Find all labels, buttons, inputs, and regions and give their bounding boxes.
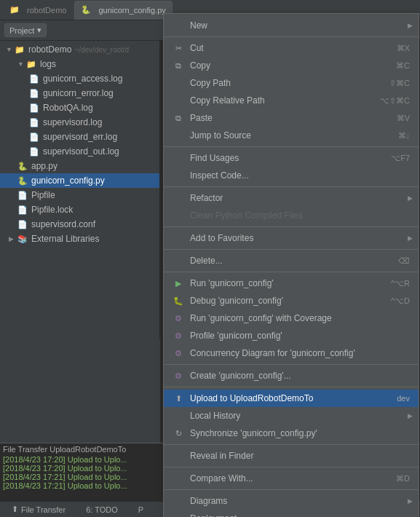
tree-supervisord-err[interactable]: 📄 supervisord_err.log: [0, 130, 159, 144]
menu-item-copy-path[interactable]: Copy Path ⇧⌘C: [164, 74, 419, 92]
tree-app-py[interactable]: 🐍 app.py: [0, 159, 159, 173]
menu-item-inspect-code[interactable]: Inspect Code...: [164, 167, 419, 184]
separator-9: [164, 444, 419, 445]
run-icon: ▶: [173, 279, 184, 288]
tree-logs[interactable]: ▼ 📁 logs: [0, 57, 159, 71]
coverage-icon: ⚙: [173, 314, 184, 323]
project-dropdown[interactable]: Project ▾: [4, 23, 47, 37]
log-icon-1: 📄: [29, 74, 41, 84]
menu-item-add-favorites[interactable]: Add to Favorites: [164, 229, 419, 247]
tab-gunicorn-config[interactable]: 🐍 gunicorn_config.py: [74, 1, 172, 20]
py-icon-gunicorn: 🐍: [17, 176, 29, 186]
separator-7: [164, 364, 419, 365]
tree-gunicorn-config[interactable]: 🐍 gunicorn_config.py: [0, 173, 159, 188]
todo-button[interactable]: 6: TODO: [80, 504, 124, 516]
separator-6: [164, 272, 419, 272]
file-icon-pipfile: 📄: [17, 191, 29, 200]
file-icon-pipfilelock: 📄: [17, 205, 29, 215]
tree-supervisord[interactable]: 📄 supervisord.log: [0, 115, 159, 130]
debug-icon: 🐛: [173, 296, 184, 306]
separator-10: [164, 467, 419, 467]
copy-icon: ⧉: [173, 61, 184, 71]
root-folder-icon: 📁: [15, 45, 26, 55]
tree-gunicorn-error[interactable]: 📄 gunicorn_error.log: [0, 86, 159, 100]
profile-icon: ⚙: [173, 331, 184, 341]
context-menu: New ✂ Cut ⌘X ⧉ Copy ⌘C Copy Path ⇧⌘C Cop…: [163, 13, 419, 517]
menu-item-synchronize[interactable]: ↻ Synchronize 'gunicorn_config.py': [164, 425, 419, 442]
menu-item-run-coverage[interactable]: ⚙ Run 'gunicorn_config' with Coverage: [164, 309, 419, 327]
log-icon-2: 📄: [29, 89, 41, 98]
menu-item-debug[interactable]: 🐛 Debug 'gunicorn_config' ^⌥D: [164, 292, 419, 309]
menu-item-delete[interactable]: Delete... ⌫: [164, 252, 419, 269]
tree-supervisord-out[interactable]: 📄 supervisord_out.log: [0, 144, 159, 159]
cut-icon: ✂: [173, 44, 184, 53]
tab-py-icon: 🐍: [81, 5, 92, 15]
logs-folder-icon: 📁: [26, 60, 38, 69]
tab-folder-icon: 📁: [9, 5, 21, 15]
menu-item-concurrency[interactable]: ⚙ Concurrency Diagram for 'gunicorn_conf…: [164, 344, 419, 362]
tab-robotdemo[interactable]: 📁 robotDemo: [3, 1, 73, 20]
menu-item-clean-python: Clean Python Compiled Files: [164, 207, 419, 224]
menu-item-jump-to-source[interactable]: Jump to Source ⌘↓: [164, 127, 419, 144]
sync-icon: ↻: [173, 429, 184, 438]
log-icon-6: 📄: [29, 147, 41, 157]
menu-item-find-usages[interactable]: Find Usages ⌥F7: [164, 149, 419, 167]
create-icon: ⚙: [173, 371, 184, 381]
menu-item-copy[interactable]: ⧉ Copy ⌘C: [164, 57, 419, 74]
paste-icon: ⧉: [173, 114, 184, 123]
upload-icon: ⬆: [12, 505, 18, 514]
file-tree: ▼ 📁 robotDemo ~/dev/dev_root/d ▼ 📁 logs …: [0, 41, 160, 339]
menu-item-upload[interactable]: ⬆ Upload to UploadRobotDemoTo dev: [164, 390, 419, 407]
tree-pipfile[interactable]: 📄 Pipfile: [0, 188, 159, 202]
menu-item-compare-with[interactable]: Compare With... ⌘D: [164, 470, 419, 487]
ide-container: 📁 robotDemo 🐍 gunicorn_config.py Project…: [0, 0, 420, 517]
menu-item-reveal-finder[interactable]: Reveal in Finder: [164, 447, 419, 465]
log-icon-4: 📄: [29, 118, 41, 127]
p-button[interactable]: P: [132, 504, 149, 516]
separator-11: [164, 489, 419, 490]
separator-3: [164, 186, 419, 187]
menu-item-deployment[interactable]: Deployment: [164, 510, 419, 517]
tree-root[interactable]: ▼ 📁 robotDemo ~/dev/dev_root/d: [0, 42, 159, 57]
menu-item-local-history[interactable]: Local History: [164, 407, 419, 425]
separator-1: [164, 36, 419, 37]
menu-item-run[interactable]: ▶ Run 'gunicorn_config' ^⌥R: [164, 275, 419, 292]
separator-5: [164, 249, 419, 250]
menu-item-refactor[interactable]: Refactor: [164, 189, 419, 207]
menu-item-copy-relative-path[interactable]: Copy Relative Path ⌥⇧⌘C: [164, 92, 419, 109]
tree-pipfile-lock[interactable]: 📄 Pipfile.lock: [0, 202, 159, 217]
tree-supervisord-conf[interactable]: 📄 supervisord.conf: [0, 217, 159, 232]
concurrency-icon: ⚙: [173, 349, 184, 358]
py-icon-app: 🐍: [17, 162, 29, 171]
log-icon-5: 📄: [29, 133, 41, 142]
ext-lib-icon: 📚: [17, 234, 29, 244]
separator-2: [164, 146, 419, 147]
menu-item-diagrams[interactable]: Diagrams: [164, 492, 419, 510]
separator-8: [164, 387, 419, 387]
tree-external-libraries[interactable]: ▶ 📚 External Libraries: [0, 232, 159, 246]
menu-item-create[interactable]: ⚙ Create 'gunicorn_config'...: [164, 367, 419, 384]
log-icon-3: 📄: [29, 103, 41, 113]
menu-item-profile[interactable]: ⚙ Profile 'gunicorn_config': [164, 327, 419, 344]
menu-item-new[interactable]: New: [164, 17, 419, 34]
separator-4: [164, 226, 419, 227]
tree-gunicorn-access[interactable]: 📄 gunicorn_access.log: [0, 71, 159, 86]
menu-item-paste[interactable]: ⧉ Paste ⌘V: [164, 109, 419, 127]
upload-menu-icon: ⬆: [173, 394, 184, 403]
tree-robotqa[interactable]: 📄 RobotQA.log: [0, 100, 159, 115]
menu-item-cut[interactable]: ✂ Cut ⌘X: [164, 39, 419, 57]
file-icon-supervisord: 📄: [17, 220, 29, 229]
file-transfer-button[interactable]: ⬆ File Transfer: [6, 503, 71, 516]
